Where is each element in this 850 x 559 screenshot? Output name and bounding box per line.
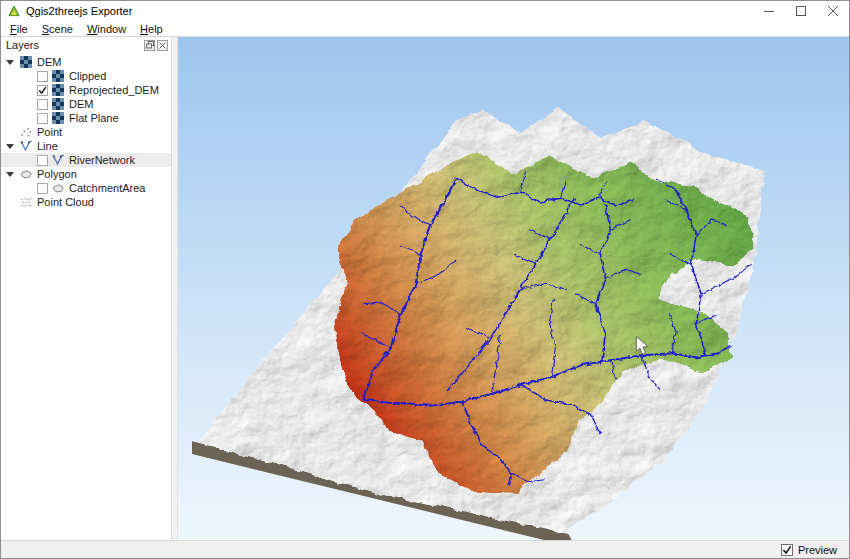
layer-item-reprojected-dem[interactable]: Reprojected_DEM	[1, 83, 171, 97]
layer-group-point[interactable]: Point	[1, 125, 171, 139]
layer-label: Reprojected_DEM	[69, 84, 159, 96]
line-layer-icon	[20, 140, 32, 152]
pointcloud-layer-icon	[20, 196, 32, 208]
menu-bar: File Scene Window Help	[1, 21, 849, 37]
layer-group-polygon[interactable]: Polygon	[1, 167, 171, 181]
checkmark-icon	[782, 545, 792, 555]
layer-checkbox-checked[interactable]	[37, 85, 48, 96]
layer-group-point-cloud[interactable]: Point Cloud	[1, 195, 171, 209]
layer-label: CatchmentArea	[69, 182, 145, 194]
layer-item-dem[interactable]: DEM	[1, 97, 171, 111]
layer-label: RiverNetwork	[69, 154, 135, 166]
collapse-arrow-icon[interactable]	[6, 60, 14, 65]
close-button[interactable]	[817, 1, 849, 21]
menu-file[interactable]: File	[3, 23, 35, 35]
close-icon	[828, 6, 838, 16]
raster-layer-icon	[52, 98, 64, 110]
layer-item-catchmentarea[interactable]: CatchmentArea	[1, 181, 171, 195]
raster-layer-icon	[20, 56, 32, 68]
layer-checkbox[interactable]	[37, 99, 48, 110]
preview-checkbox[interactable]	[781, 544, 793, 556]
layer-group-line[interactable]: Line	[1, 139, 171, 153]
layer-label: Line	[37, 140, 58, 152]
3d-scene	[178, 37, 849, 540]
layer-tree: DEM Clipped	[1, 52, 171, 540]
layer-label: Point Cloud	[37, 196, 94, 208]
float-panel-icon	[146, 41, 154, 49]
status-bar: Preview	[1, 540, 849, 558]
window-controls	[753, 1, 849, 21]
layer-checkbox[interactable]	[37, 71, 48, 82]
layer-group-dem[interactable]: DEM	[1, 55, 171, 69]
layers-panel: Layers	[1, 37, 172, 540]
point-layer-icon	[20, 126, 32, 138]
layer-item-flat-plane[interactable]: Flat Plane	[1, 111, 171, 125]
maximize-icon	[796, 6, 806, 16]
polygon-layer-icon	[20, 168, 32, 180]
layer-checkbox[interactable]	[37, 183, 48, 194]
title-bar[interactable]: Qgis2threejs Exporter	[1, 1, 849, 21]
layer-item-rivernetwork[interactable]: RiverNetwork	[1, 153, 171, 167]
collapse-arrow-icon[interactable]	[6, 172, 14, 177]
layer-item-clipped[interactable]: Clipped	[1, 69, 171, 83]
checkmark-icon	[38, 86, 47, 95]
raster-layer-icon	[52, 112, 64, 124]
close-panel-button[interactable]	[157, 40, 168, 51]
window-title: Qgis2threejs Exporter	[26, 5, 132, 17]
layer-label: Polygon	[37, 168, 77, 180]
raster-layer-icon	[52, 84, 64, 96]
raster-layer-icon	[52, 70, 64, 82]
line-layer-icon	[52, 154, 64, 166]
preview-label: Preview	[798, 544, 837, 556]
layer-checkbox[interactable]	[37, 113, 48, 124]
collapse-arrow-icon[interactable]	[6, 144, 14, 149]
minimize-button[interactable]	[753, 1, 785, 21]
layer-checkbox[interactable]	[37, 155, 48, 166]
menu-help[interactable]: Help	[133, 23, 170, 35]
layer-label: Point	[37, 126, 62, 138]
polygon-layer-icon	[52, 182, 64, 194]
maximize-button[interactable]	[785, 1, 817, 21]
float-panel-button[interactable]	[144, 40, 155, 51]
menu-scene[interactable]: Scene	[35, 23, 80, 35]
3d-viewport[interactable]	[178, 37, 849, 540]
layer-label: Clipped	[69, 70, 106, 82]
layers-panel-header: Layers	[1, 37, 171, 52]
qgis2threejs-exporter-window: Qgis2threejs Exporter File Scene Window …	[0, 0, 850, 559]
layer-label: Flat Plane	[69, 112, 119, 124]
layer-label: DEM	[69, 98, 93, 110]
minimize-icon	[764, 6, 774, 16]
menu-window[interactable]: Window	[80, 23, 133, 35]
close-panel-icon	[159, 42, 166, 49]
layer-label: DEM	[37, 56, 61, 68]
layers-panel-title: Layers	[6, 39, 142, 51]
app-icon	[8, 5, 20, 17]
